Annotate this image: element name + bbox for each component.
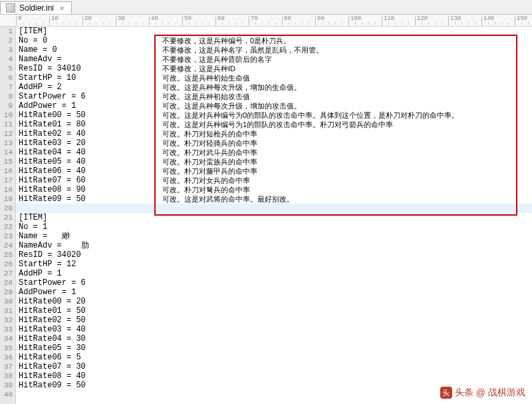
file-tab[interactable]: Soldier.ini ✕ (0, 1, 72, 14)
line-number: 24 (0, 241, 13, 250)
comment-line: 可改。朴刀对短枪兵的命中率 (162, 129, 459, 138)
comment-line: 可改。朴刀对武斗兵的命中率 (162, 148, 459, 157)
line-number: 28 (0, 278, 13, 288)
line-number: 19 (0, 194, 13, 204)
close-icon[interactable]: ✕ (58, 5, 66, 12)
ruler-tick: 30 (116, 16, 125, 25)
code-line[interactable]: ResID = 34020 (16, 250, 532, 260)
ruler-tick: 90 (315, 16, 325, 25)
line-number: 35 (0, 343, 13, 353)
line-number: 31 (0, 306, 13, 315)
watermark-name: 战棋游戏 (488, 387, 525, 399)
code-line[interactable]: AddPower = 1 (16, 288, 532, 297)
comment-line: 可改。这是对兵种编号为1的部队的攻击命中率。朴刀对弓箭兵的命中率 (162, 120, 459, 129)
ruler-tick: 60 (215, 16, 225, 25)
line-number: 21 (0, 213, 13, 222)
watermark-icon: 头 (440, 387, 452, 399)
tab-filename: Soldier.ini (19, 3, 54, 13)
line-number: 4 (0, 55, 13, 64)
line-number: 40 (0, 390, 13, 399)
line-number: 6 (0, 73, 13, 83)
ruler-tick: 10 (49, 16, 59, 25)
line-number: 34 (0, 334, 13, 343)
line-number: 11 (0, 120, 13, 129)
comment-line: 可改。这是兵种每次升级，增加的生命值。 (162, 83, 459, 92)
comment-line: 可改。朴刀对轻骑兵的命中率 (162, 138, 459, 148)
file-icon (6, 3, 15, 13)
line-number: 1 (0, 27, 13, 36)
comment-line: 可改。这是兵种每次升级，增加的攻击值。 (162, 101, 459, 110)
watermark-at: @ (476, 387, 485, 398)
line-number: 29 (0, 288, 13, 297)
code-line[interactable]: AddHP = 1 (16, 269, 532, 278)
code-line[interactable]: [ITEM] (16, 27, 532, 36)
code-line[interactable]: HitRate08 = 40 (16, 371, 532, 381)
code-line[interactable]: No = 1 (16, 222, 532, 232)
ruler-tick: 20 (82, 16, 92, 25)
code-line[interactable] (16, 204, 532, 213)
tab-bar: Soldier.ini ✕ (0, 0, 532, 15)
line-number: 2 (0, 36, 13, 45)
ruler-tick: 80 (282, 16, 291, 25)
line-number: 17 (0, 176, 13, 185)
comment-line: 不要修改，这是兵种名字，虽然是乱码，不用管。 (162, 45, 459, 55)
code-line[interactable]: HitRate00 = 20 (16, 297, 532, 306)
line-number: 7 (0, 83, 13, 92)
line-number: 27 (0, 269, 13, 278)
editor-area[interactable]: 1234567891011121314151617181920212223242… (0, 27, 532, 404)
code-line[interactable]: NameAdv = 肋 (16, 241, 532, 250)
comment-line: 不要修改，这是兵种编号，0是朴刀兵。 (162, 36, 459, 45)
line-number: 23 (0, 232, 13, 241)
comment-line: 不要修改，这是兵种晋阶后的名字 (162, 55, 459, 64)
line-number: 13 (0, 138, 13, 148)
ruler-tick: 40 (149, 16, 158, 25)
code-line[interactable]: HitRate06 = 5 (16, 353, 532, 362)
line-number: 20 (0, 204, 13, 213)
code-content[interactable]: [ITEM]No = 0Name = 0NameAdv =ResID = 340… (16, 27, 532, 404)
watermark: 头 头条 @ 战棋游戏 (440, 387, 525, 399)
comment-line: 可改。朴刀对蛮族兵的命中率 (162, 157, 459, 166)
code-line[interactable]: HitRate03 = 40 (16, 325, 532, 334)
line-number: 38 (0, 371, 13, 381)
ruler-tick: 0 (16, 16, 21, 25)
ruler-tick: 50 (182, 16, 192, 25)
line-number: 26 (0, 260, 13, 269)
ruler-tick: 70 (249, 16, 258, 25)
comment-line: 可改。这是对武将的命中率。最好别改。 (162, 194, 459, 204)
comment-line: 可改。朴刀对弩兵的命中率 (162, 185, 459, 194)
line-number: 30 (0, 297, 13, 306)
line-number: 8 (0, 92, 13, 101)
code-line[interactable]: [ITEM] (16, 213, 532, 222)
line-number: 3 (0, 45, 13, 55)
comment-line: 可改。这是兵种初始生命值 (162, 73, 459, 83)
watermark-prefix: 头条 (455, 387, 473, 399)
line-number: 14 (0, 148, 13, 157)
code-line[interactable]: StartHP = 12 (16, 260, 532, 269)
line-number: 9 (0, 101, 13, 110)
code-line[interactable]: HitRate04 = 30 (16, 334, 532, 343)
code-line[interactable]: StartPower = 6 (16, 278, 532, 288)
line-number: 39 (0, 381, 13, 390)
code-line[interactable]: HitRate02 = 50 (16, 315, 532, 325)
line-number: 32 (0, 315, 13, 325)
code-line[interactable]: HitRate01 = 50 (16, 306, 532, 315)
line-number: 12 (0, 129, 13, 138)
code-line[interactable]: Name = 緲 (16, 232, 532, 241)
comment-line: 可改。这是兵种初始攻击值 (162, 92, 459, 101)
comment-column: 不要修改，这是兵种编号，0是朴刀兵。不要修改，这是兵种名字，虽然是乱码，不用管。… (162, 36, 459, 204)
line-number: 15 (0, 157, 13, 166)
line-number: 10 (0, 110, 13, 120)
line-gutter: 1234567891011121314151617181920212223242… (0, 27, 16, 404)
code-line[interactable]: HitRate07 = 30 (16, 362, 532, 371)
comment-line: 可改。朴刀对藤甲兵的命中率 (162, 166, 459, 176)
line-number: 25 (0, 250, 13, 260)
ruler: 0102030405060708090100110120130140150 (0, 15, 532, 27)
comment-line: 不要修改，这是兵种ID (162, 64, 459, 73)
line-number: 37 (0, 362, 13, 371)
line-number: 36 (0, 353, 13, 362)
comment-line: 可改。这是对兵种编号为0的部队的攻击命中率。具体到这个位置，是朴刀对朴刀的命中率… (162, 110, 459, 120)
line-number: 5 (0, 64, 13, 73)
line-number: 33 (0, 325, 13, 334)
code-line[interactable]: HitRate05 = 30 (16, 343, 532, 353)
line-number: 22 (0, 222, 13, 232)
